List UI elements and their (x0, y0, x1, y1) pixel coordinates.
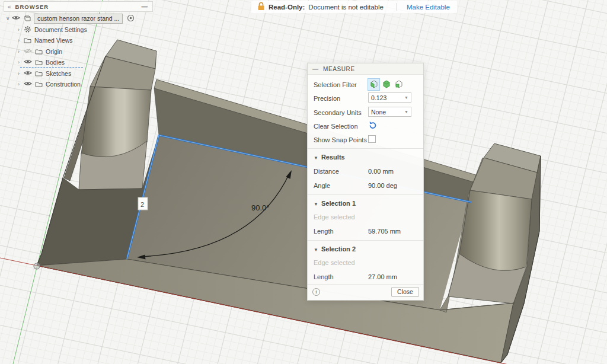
results-section-header[interactable]: ▼Results (314, 154, 345, 161)
readonly-label: Read-Only: (269, 4, 305, 11)
lock-icon (257, 2, 265, 12)
browser-row-sketches[interactable]: › Sketches (18, 68, 71, 79)
selection1-title: Selection 1 (321, 200, 356, 207)
clear-selection-label: Clear Selection (314, 123, 358, 130)
eye-icon[interactable] (24, 59, 32, 66)
angle-value-label: 90.0° (251, 203, 270, 212)
selection2-title: Selection 2 (321, 245, 356, 253)
fusion360-window: 90.0° 2 « BROWSER — ∨ custom henson razo… (0, 0, 607, 364)
chevron-right-icon[interactable]: › (18, 37, 24, 43)
precision-value: 0.123 (371, 94, 386, 101)
browser-title: BROWSER (15, 4, 142, 10)
filter-body-icon[interactable] (381, 79, 392, 90)
folder-icon (35, 59, 43, 66)
precision-label: Precision (314, 95, 340, 102)
tree-item-label[interactable]: Named Views (34, 37, 73, 44)
precision-select[interactable]: 0.123 ▼ (368, 92, 411, 103)
close-button[interactable]: Close (391, 287, 419, 297)
chevron-right-icon[interactable]: › (18, 59, 24, 65)
chevron-right-icon[interactable]: › (18, 27, 24, 33)
measure-dialog-title: MEASURE (323, 66, 355, 72)
angle-label: Angle (314, 182, 330, 189)
undo-arrow-icon (368, 121, 378, 129)
root-item-label[interactable]: custom henson razor stand ... (34, 14, 123, 24)
secondary-units-select[interactable]: None ▼ (368, 107, 411, 117)
edge-number-tag: 2 (138, 197, 148, 210)
chevron-right-icon[interactable]: › (18, 49, 24, 55)
angle-value: 90.00 deg (368, 182, 397, 189)
triangle-down-icon: ▼ (314, 202, 318, 207)
secondary-units-label: Secondary Units (314, 109, 362, 116)
filter-component-icon[interactable] (393, 79, 404, 90)
chevron-down-icon[interactable]: ∨ (6, 15, 12, 21)
info-icon[interactable]: i (312, 288, 320, 296)
tree-item-label[interactable]: Sketches (46, 70, 71, 77)
eye-hidden-icon[interactable] (24, 48, 32, 55)
show-snap-points-checkbox[interactable] (368, 135, 376, 143)
browser-collapse-icon[interactable]: — (142, 3, 148, 10)
tree-item-label[interactable]: Bodies (46, 59, 65, 66)
tree-item-label[interactable]: Origin (46, 48, 62, 55)
selection2-status: Edge selected (314, 259, 355, 266)
folder-icon (35, 48, 43, 56)
selection2-section-header[interactable]: ▼Selection 2 (314, 245, 356, 253)
secondary-units-value: None (371, 108, 386, 116)
eye-icon[interactable] (24, 81, 32, 88)
eye-icon[interactable] (12, 15, 20, 22)
divider (308, 284, 423, 285)
folder-icon (35, 81, 43, 88)
browser-row-named-views[interactable]: › Named Views (18, 35, 73, 46)
browser-header[interactable]: « BROWSER — (4, 1, 153, 12)
component-cube-icon (23, 14, 31, 23)
gear-icon (24, 25, 31, 34)
minimize-icon[interactable]: — (312, 66, 318, 72)
bodies-selection-underline (20, 67, 83, 68)
origin-marker[interactable] (34, 263, 40, 269)
distance-label: Distance (314, 168, 339, 175)
chevron-down-icon: ▼ (404, 110, 408, 114)
make-editable-link[interactable]: Make Editable (407, 4, 450, 11)
browser-row-root[interactable]: ∨ custom henson razor stand ... (6, 13, 138, 24)
divider (308, 240, 423, 241)
chevron-down-icon: ▼ (404, 95, 408, 100)
show-snap-points-label: Show Snap Points (314, 136, 367, 143)
selection1-length-label: Length (314, 228, 334, 235)
activate-radio-icon[interactable] (127, 14, 135, 23)
viewport-3d[interactable]: 90.0° 2 (0, 0, 607, 364)
triangle-down-icon: ▼ (314, 247, 318, 253)
divider (308, 194, 423, 195)
browser-row-bodies[interactable]: › Bodies (18, 57, 65, 68)
edge-number-text: 2 (140, 201, 144, 208)
banner-divider (397, 3, 397, 11)
readonly-banner: Read-Only: Document is not editable Make… (251, 1, 457, 13)
distance-value: 0.00 mm (368, 168, 394, 175)
selection-filter-label: Selection Filter (314, 81, 357, 88)
selection2-length-label: Length (314, 273, 334, 280)
browser-row-document-settings[interactable]: › Document Settings (18, 24, 87, 35)
chevron-right-icon[interactable]: › (18, 71, 24, 76)
filter-face-icon[interactable] (368, 79, 379, 90)
tree-item-label[interactable]: Document Settings (34, 26, 87, 33)
readonly-message: Document is not editable (308, 4, 384, 11)
selection-filter-group (368, 79, 404, 90)
measure-dialog: — MEASURE Selection Filter Precision 0.1… (307, 63, 424, 301)
divider (308, 148, 423, 149)
tree-item-label[interactable]: Construction (46, 81, 81, 88)
browser-row-origin[interactable]: › Origin (18, 46, 62, 57)
chevron-right-icon[interactable]: › (18, 81, 24, 87)
browser-row-construction[interactable]: › Construction (18, 79, 81, 90)
eye-icon[interactable] (24, 70, 32, 77)
selection1-status: Edge selected (314, 213, 355, 221)
dock-icon[interactable]: « (8, 4, 11, 10)
folder-icon (35, 70, 43, 78)
selection1-section-header[interactable]: ▼Selection 1 (314, 200, 356, 207)
results-title: Results (321, 154, 345, 161)
folder-icon (24, 37, 31, 44)
triangle-down-icon: ▼ (314, 155, 318, 161)
selection1-length-value: 59.705 mm (368, 228, 401, 235)
measure-dialog-header[interactable]: — MEASURE (308, 63, 423, 75)
selection2-length-value: 27.00 mm (368, 273, 397, 280)
clear-selection-button[interactable] (368, 121, 378, 130)
